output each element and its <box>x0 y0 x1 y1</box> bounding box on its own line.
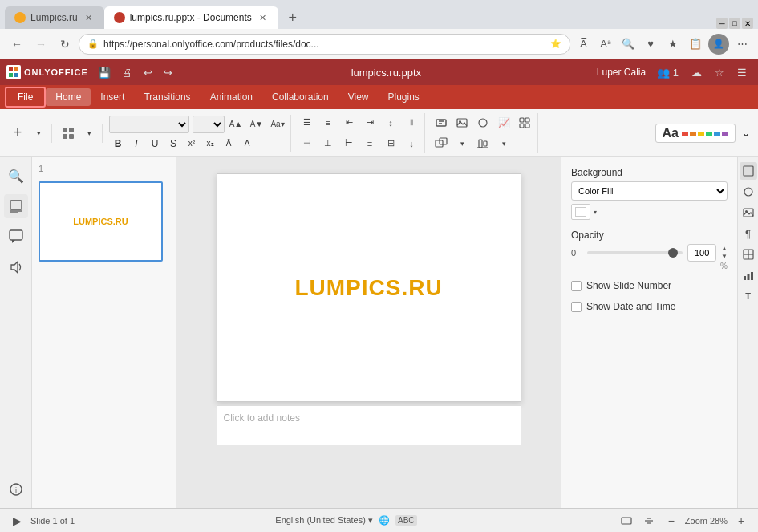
rs-icon-paragraph[interactable]: ¶ <box>740 225 757 242</box>
users-btn[interactable]: 👥 1 <box>652 65 683 80</box>
tab-collaboration[interactable]: Collaboration <box>262 88 338 106</box>
nav-icon-6[interactable]: 📋 <box>686 35 705 54</box>
menu-btn[interactable]: ☰ <box>732 65 752 80</box>
rs-icon-text[interactable]: T <box>740 287 757 305</box>
language-dropdown[interactable]: ▾ <box>368 515 373 525</box>
nav-icon-4[interactable]: ♥ <box>641 35 660 54</box>
slide-canvas[interactable]: LUMPICS.RU <box>217 173 521 402</box>
slide-thumbnail[interactable]: LUMPICS.RU <box>39 181 163 262</box>
align-objects-btn[interactable] <box>473 134 492 153</box>
zoom-out-btn[interactable]: − <box>663 512 680 530</box>
save-icon-btn[interactable]: 💾 <box>95 65 114 80</box>
swatch-dropdown-arrow[interactable]: ▾ <box>594 209 597 216</box>
back-button[interactable]: ← <box>6 34 27 55</box>
show-slide-number-checkbox[interactable] <box>571 281 582 291</box>
rs-icon-shapes[interactable] <box>740 183 757 201</box>
italic-btn[interactable]: I <box>128 136 145 152</box>
font-size-select[interactable] <box>193 116 225 133</box>
star-btn[interactable]: ☆ <box>710 65 729 80</box>
cloud-btn[interactable]: ☁ <box>687 65 707 80</box>
insert-chart-btn[interactable]: 📈 <box>494 113 513 132</box>
tab-close-2[interactable]: ✕ <box>257 12 269 24</box>
settings-button[interactable]: ⋯ <box>732 35 752 54</box>
sidebar-search[interactable]: 🔍 <box>4 164 28 188</box>
notes-area[interactable]: Click to add notes <box>217 405 521 445</box>
rs-icon-chart[interactable] <box>740 266 757 284</box>
align-objects-dropdown[interactable]: ▾ <box>494 134 513 153</box>
layout-btn[interactable] <box>59 124 78 143</box>
underline-btn[interactable]: U <box>146 136 164 152</box>
show-date-row[interactable]: Show Date and Time <box>571 301 728 312</box>
sidebar-speaker[interactable] <box>4 255 28 279</box>
arrange-dropdown[interactable]: ▾ <box>452 134 472 153</box>
text-box-btn[interactable] <box>432 113 451 132</box>
opacity-decrease[interactable]: ▼ <box>721 253 728 261</box>
tab-close-1[interactable]: ✕ <box>83 12 95 24</box>
tab-home[interactable]: Home <box>46 88 91 106</box>
tab-inactive[interactable]: Lumpics.ru ✕ <box>5 6 104 29</box>
font-size-decrease[interactable]: A▼ <box>247 115 266 134</box>
nav-icon-5[interactable]: ★ <box>663 35 683 54</box>
font-color-btn[interactable]: A <box>238 136 256 152</box>
refresh-button[interactable]: ↻ <box>55 34 75 55</box>
insert-image-btn[interactable] <box>452 113 472 132</box>
strikethrough-btn[interactable]: S <box>164 136 182 152</box>
align-right-btn[interactable]: ⊢ <box>339 134 359 153</box>
rs-icon-image[interactable] <box>740 204 757 221</box>
align-justify-btn[interactable]: ≡ <box>360 134 379 153</box>
tab-transitions[interactable]: Transitions <box>134 88 200 106</box>
rs-icon-slide-settings[interactable] <box>740 162 757 180</box>
tab-plugins[interactable]: Plugins <box>379 88 429 106</box>
new-slide-dropdown[interactable]: ▾ <box>29 124 48 143</box>
indent-decrease-btn[interactable]: ⇤ <box>339 113 359 132</box>
nav-icon-2[interactable]: Aᵃ <box>596 35 615 54</box>
opacity-thumb[interactable] <box>668 248 678 258</box>
spell-check-icon[interactable]: ABC <box>395 515 417 526</box>
close-button[interactable]: ✕ <box>742 18 753 29</box>
columns-btn[interactable]: ⫴ <box>402 113 421 132</box>
superscript-btn[interactable]: x² <box>183 136 201 152</box>
align-left-btn[interactable]: ⊣ <box>298 134 317 153</box>
opacity-increase[interactable]: ▲ <box>721 245 728 253</box>
color-swatch[interactable] <box>571 204 590 220</box>
nav-icon-1[interactable]: A̅ <box>574 35 593 54</box>
font-name-select[interactable] <box>109 116 189 133</box>
nav-icon-3[interactable]: 🔍 <box>618 35 638 54</box>
subscript-btn[interactable]: x₂ <box>201 136 219 152</box>
redo-btn[interactable]: ↪ <box>160 65 176 80</box>
show-slide-number-row[interactable]: Show Slide Number <box>571 280 728 291</box>
valign-btn[interactable]: ⊟ <box>381 134 400 153</box>
tab-view[interactable]: View <box>338 88 379 106</box>
style-panel-arrow[interactable]: ⌄ <box>739 126 753 140</box>
show-date-checkbox[interactable] <box>571 302 582 312</box>
sidebar-comments[interactable] <box>4 225 28 249</box>
tab-active[interactable]: lumpics.ru.pptx - Documents ✕ <box>104 6 278 29</box>
insert-shape-btn[interactable] <box>473 113 492 132</box>
highlight-btn[interactable]: Ā <box>220 136 237 152</box>
add-tab-button[interactable]: + <box>282 6 304 29</box>
zoom-in-btn[interactable]: + <box>732 512 750 530</box>
fit-height-btn[interactable] <box>640 512 658 530</box>
tab-animation[interactable]: Animation <box>201 88 262 106</box>
profile-avatar[interactable]: 👤 <box>708 34 729 55</box>
rs-icon-table[interactable] <box>740 246 757 263</box>
insert-more-btn[interactable] <box>515 113 534 132</box>
bold-btn[interactable]: B <box>109 136 127 152</box>
arrange-btn[interactable] <box>432 134 451 153</box>
fit-width-btn[interactable] <box>618 512 635 530</box>
more-para-btn[interactable]: ↓ <box>402 134 421 153</box>
sidebar-info[interactable]: i <box>4 477 28 502</box>
font-size-increase[interactable]: A▲ <box>226 115 245 134</box>
minimize-button[interactable]: ─ <box>716 18 728 29</box>
list-ordered-btn[interactable]: ≡ <box>318 113 338 132</box>
layout-dropdown[interactable]: ▾ <box>79 124 99 143</box>
print-icon-btn[interactable]: 🖨 <box>119 65 136 80</box>
sidebar-slides[interactable] <box>4 194 28 218</box>
background-dropdown[interactable]: Color Fill Gradient Fill Picture Fill No… <box>571 181 728 201</box>
maximize-button[interactable]: □ <box>729 18 740 29</box>
tab-file[interactable]: File <box>5 87 46 108</box>
play-btn[interactable]: ▶ <box>8 512 26 530</box>
undo-btn[interactable]: ↩ <box>140 65 156 80</box>
tab-insert[interactable]: Insert <box>91 88 134 106</box>
indent-increase-btn[interactable]: ⇥ <box>360 113 379 132</box>
